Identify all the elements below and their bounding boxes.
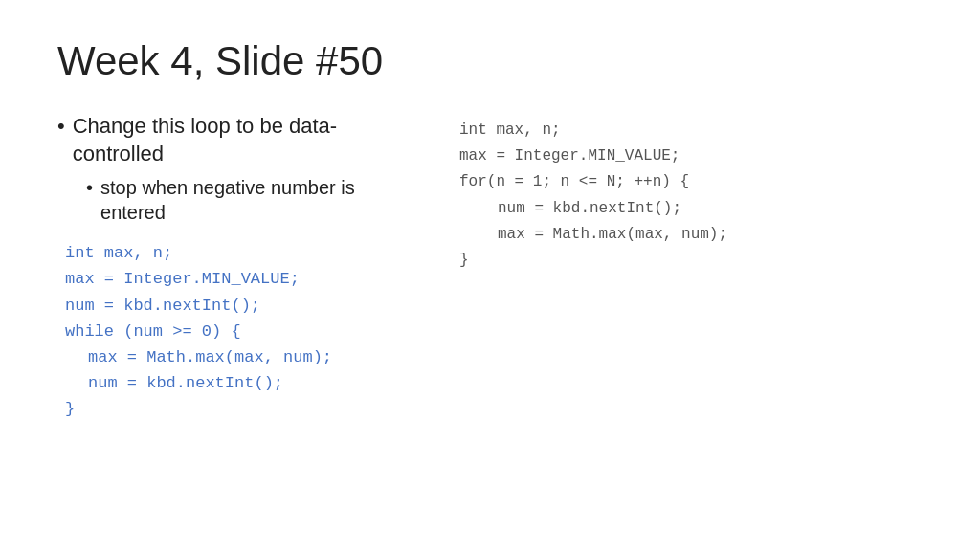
code-blue-line4: while (num >= 0) { <box>65 319 421 344</box>
bullet-sub-text: stop when negative number is entered <box>100 175 421 225</box>
code-blue-line3: num = kbd.nextInt(); <box>65 293 421 319</box>
code-blue: int max, n; max = Integer.MIN_VALUE; num… <box>65 240 421 422</box>
code-blue-line6: num = kbd.nextInt(); <box>88 370 421 396</box>
bullet-main-dot: • <box>57 113 65 141</box>
slide-title: Week 4, Slide #50 <box>57 38 923 84</box>
code-gray-line6: } <box>459 248 923 274</box>
code-gray: int max, n; max = Integer.MIN_VALUE; for… <box>459 113 923 274</box>
code-blue-line7: } <box>65 396 421 422</box>
code-gray-line4: num = kbd.nextInt(); <box>498 196 923 222</box>
code-gray-line5: max = Math.max(max, num); <box>498 222 923 248</box>
bullet-sub-dot: • <box>86 175 93 200</box>
code-blue-line2: max = Integer.MIN_VALUE; <box>65 266 421 292</box>
bullet-main-text: Change this loop to be data-controlled <box>73 113 421 167</box>
code-blue-line5: max = Math.max(max, num); <box>88 344 421 370</box>
bullet-sub: • stop when negative number is entered <box>86 175 421 225</box>
code-blue-line1: int max, n; <box>65 240 421 266</box>
content-area: • Change this loop to be data-controlled… <box>57 113 923 423</box>
code-gray-line1: int max, n; <box>459 118 923 143</box>
left-column: • Change this loop to be data-controlled… <box>57 113 421 423</box>
code-gray-line3: for(n = 1; n <= N; ++n) { <box>459 169 923 195</box>
bullet-main: • Change this loop to be data-controlled <box>57 113 421 167</box>
code-gray-line2: max = Integer.MIN_VALUE; <box>459 143 923 169</box>
right-column: int max, n; max = Integer.MIN_VALUE; for… <box>459 113 923 274</box>
